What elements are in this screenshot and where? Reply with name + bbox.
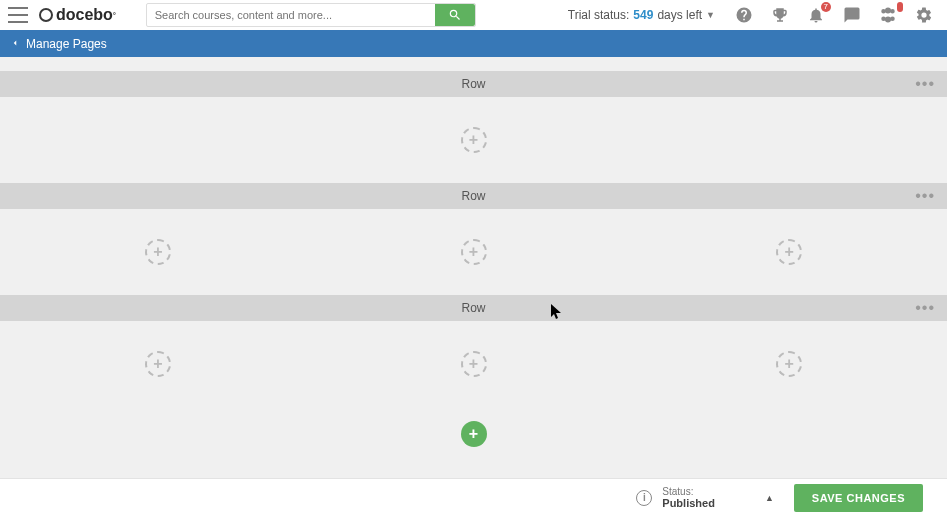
- slot: +: [0, 351, 316, 377]
- logo[interactable]: docebo°: [38, 6, 116, 24]
- row-header: Row •••: [0, 71, 947, 97]
- chevron-left-icon[interactable]: [10, 37, 20, 51]
- notification-badge: 7: [821, 2, 831, 12]
- add-row-area: +: [0, 407, 947, 461]
- row-body: + + +: [0, 209, 947, 295]
- settings-icon[interactable]: [915, 6, 933, 24]
- add-widget-button[interactable]: +: [776, 351, 802, 377]
- top-icon-group: 7: [735, 6, 933, 24]
- chevron-down-icon: ▼: [706, 10, 715, 20]
- slot: +: [316, 351, 632, 377]
- search-icon: [448, 8, 462, 22]
- trophy-icon[interactable]: [771, 6, 789, 24]
- status-value: Published: [662, 497, 715, 509]
- logo-icon: [38, 7, 54, 23]
- chat-icon[interactable]: [843, 6, 861, 24]
- slot: +: [631, 351, 947, 377]
- search-container: [146, 3, 476, 27]
- row-block: Row ••• +: [0, 71, 947, 183]
- row-label: Row: [461, 301, 485, 315]
- add-widget-button[interactable]: +: [461, 239, 487, 265]
- logo-text: docebo: [56, 6, 113, 24]
- footer-bar: i Status: Published ▲ SAVE CHANGES: [0, 478, 947, 516]
- page-header-bar: Manage Pages: [0, 30, 947, 57]
- trial-suffix: days left: [657, 8, 702, 22]
- row-menu-icon[interactable]: •••: [915, 75, 935, 93]
- row-body: + + +: [0, 321, 947, 407]
- trial-prefix: Trial status:: [568, 8, 630, 22]
- search-input[interactable]: [147, 5, 435, 25]
- row-body: +: [0, 97, 947, 183]
- add-widget-button[interactable]: +: [776, 239, 802, 265]
- row-menu-icon[interactable]: •••: [915, 187, 935, 205]
- top-bar: docebo° Trial status: 549 days left ▼ 7: [0, 0, 947, 30]
- status-container: i Status: Published ▲: [636, 486, 773, 509]
- slot: +: [631, 239, 947, 265]
- row-label: Row: [461, 189, 485, 203]
- notifications-icon[interactable]: 7: [807, 6, 825, 24]
- add-widget-button[interactable]: +: [145, 351, 171, 377]
- add-widget-button[interactable]: +: [461, 127, 487, 153]
- row-label: Row: [461, 77, 485, 91]
- row-block: Row ••• + + +: [0, 295, 947, 407]
- search-button[interactable]: [435, 4, 475, 26]
- apps-icon[interactable]: [879, 6, 897, 24]
- row-menu-icon[interactable]: •••: [915, 299, 935, 317]
- manage-pages-link[interactable]: Manage Pages: [26, 37, 107, 51]
- status-texts: Status: Published: [662, 486, 715, 509]
- status-label: Status:: [662, 486, 715, 497]
- row-header: Row •••: [0, 183, 947, 209]
- add-widget-button[interactable]: +: [145, 239, 171, 265]
- save-changes-button[interactable]: SAVE CHANGES: [794, 484, 923, 512]
- menu-icon[interactable]: [8, 5, 28, 25]
- apps-badge: [897, 2, 903, 12]
- trial-days: 549: [633, 8, 653, 22]
- slot: +: [316, 239, 632, 265]
- row-header: Row •••: [0, 295, 947, 321]
- row-block: Row ••• + + +: [0, 183, 947, 295]
- slot: +: [0, 239, 316, 265]
- status-dropdown-icon[interactable]: ▲: [765, 493, 774, 503]
- add-row-button[interactable]: +: [461, 421, 487, 447]
- help-icon[interactable]: [735, 6, 753, 24]
- page-builder: Row ••• + Row ••• + + + Row: [0, 57, 947, 478]
- slot: +: [0, 127, 947, 153]
- add-widget-button[interactable]: +: [461, 351, 487, 377]
- svg-point-0: [40, 9, 52, 21]
- trial-status[interactable]: Trial status: 549 days left ▼: [568, 8, 715, 22]
- info-icon[interactable]: i: [636, 490, 652, 506]
